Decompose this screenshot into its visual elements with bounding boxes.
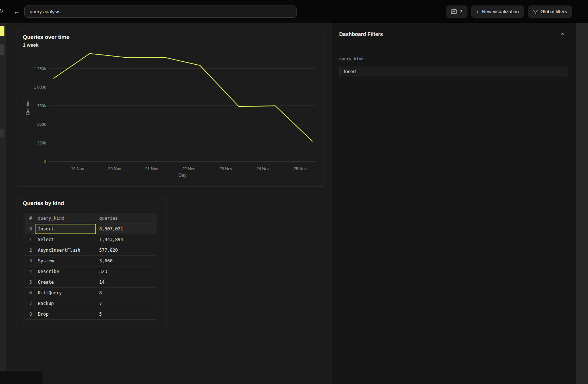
svg-text:750k: 750k — [37, 104, 46, 108]
sidebar-item[interactable] — [0, 44, 4, 55]
global-filters-button[interactable]: Global filters — [528, 6, 572, 18]
app-window: ↻ ← 2 + New visualization Global filters — [0, 0, 588, 384]
global-filters-label: Global filters — [541, 9, 567, 14]
query-kind-cell[interactable]: AsyncInsertFlush — [35, 245, 96, 256]
queries-value-cell[interactable]: 8 — [96, 288, 157, 298]
queries-value-cell[interactable]: 14 — [96, 277, 157, 288]
chart-subtitle: 1 week — [23, 42, 39, 48]
sidebar-item-active[interactable] — [0, 26, 4, 36]
column-header-index: # — [25, 213, 35, 224]
query-kind-cell[interactable]: Drop — [35, 309, 96, 320]
queries-over-time-panel[interactable]: 0250k500k750k1 000k1 250k19 Nov20 Nov21 … — [17, 29, 325, 187]
queries-value-cell[interactable]: 3,060 — [96, 256, 157, 266]
table-row: 0Insert8,307,021 — [25, 224, 157, 234]
row-index-cell: 1 — [25, 234, 35, 245]
svg-text:Day: Day — [179, 173, 186, 178]
row-index-cell: 8 — [25, 309, 35, 320]
scrollbar-track[interactable] — [576, 0, 588, 384]
column-header-query_kind: query_kind — [35, 213, 96, 224]
table-row: 6KillQuery8 — [25, 288, 157, 298]
new-visualization-label: New visualization — [482, 9, 519, 14]
close-icon[interactable]: × — [561, 30, 564, 37]
svg-text:22 Nov: 22 Nov — [182, 166, 195, 171]
table-row: 2AsyncInsertFlush577,820 — [25, 245, 157, 256]
svg-text:24 Nov: 24 Nov — [257, 166, 269, 171]
row-index-cell: 7 — [25, 298, 35, 309]
queries-value-cell[interactable]: 323 — [96, 266, 157, 277]
svg-text:19 Nov: 19 Nov — [71, 166, 84, 171]
query-kind-cell[interactable]: Insert — [35, 224, 96, 234]
query-kind-cell[interactable]: Select — [35, 234, 96, 245]
row-index-cell: 0 — [25, 224, 35, 234]
row-index-cell: 5 — [25, 277, 35, 288]
bottom-left-panel — [0, 370, 43, 384]
chart-title: Queries over time — [23, 34, 69, 40]
filter-field-label: query_kind — [339, 57, 363, 61]
table-row: 1Select1,443,894 — [25, 234, 157, 245]
query-kind-cell[interactable]: System — [35, 256, 96, 266]
visualization-count: 2 — [459, 9, 462, 14]
table-row: 5Create14 — [25, 277, 157, 288]
sidebar-item[interactable] — [0, 129, 4, 137]
queries-table-head-row: #query_kindqueries — [25, 213, 157, 224]
query-kind-cell[interactable]: KillQuery — [35, 288, 96, 298]
svg-text:25 Nov: 25 Nov — [294, 166, 306, 171]
queries-table: #query_kindqueries 0Insert8,307,0211Sele… — [25, 213, 157, 320]
svg-text:1 250k: 1 250k — [34, 67, 46, 71]
queries-value-cell[interactable]: 7 — [96, 298, 157, 309]
svg-text:Queries: Queries — [25, 101, 30, 115]
queries-by-kind-panel[interactable]: Queries by kind #query_kindqueries 0Inse… — [17, 195, 167, 330]
new-visualization-button[interactable]: + New visualization — [471, 6, 524, 18]
plus-icon: + — [476, 8, 480, 15]
svg-text:0: 0 — [44, 159, 46, 164]
back-button[interactable]: ← — [13, 0, 20, 23]
query-kind-filter-select[interactable]: Insert — [339, 66, 568, 77]
row-index-cell: 2 — [25, 245, 35, 256]
table-row: 4Describe323 — [25, 266, 157, 277]
queries-table-body: 0Insert8,307,0211Select1,443,8942AsyncIn… — [25, 224, 157, 320]
queries-chart: 0250k500k750k1 000k1 250k19 Nov20 Nov21 … — [17, 29, 324, 186]
filters-panel-title: Dashboard Filters — [339, 31, 383, 37]
queries-value-cell[interactable]: 5 — [96, 309, 157, 320]
dashboard-title-input[interactable] — [24, 6, 297, 18]
table-title: Queries by kind — [23, 200, 64, 206]
visualization-count-icon — [451, 9, 457, 14]
visualization-count-button[interactable]: 2 — [446, 6, 467, 18]
queries-value-cell[interactable]: 8,307,021 — [96, 224, 157, 234]
query-kind-cell[interactable]: Backup — [35, 298, 96, 309]
svg-text:21 Nov: 21 Nov — [145, 166, 158, 171]
table-row: 8Drop5 — [25, 309, 157, 320]
queries-value-cell[interactable]: 1,443,894 — [96, 234, 157, 245]
row-index-cell: 4 — [25, 266, 35, 277]
svg-text:20 Nov: 20 Nov — [108, 166, 121, 171]
topbar-actions: 2 + New visualization Global filters — [446, 6, 572, 18]
query-kind-cell[interactable]: Describe — [35, 266, 96, 277]
svg-text:250k: 250k — [37, 141, 46, 145]
table-row: 3System3,060 — [25, 256, 157, 266]
row-index-cell: 3 — [25, 256, 35, 266]
query-kind-filter-value: Insert — [344, 69, 356, 74]
column-header-queries: queries — [96, 213, 157, 224]
svg-text:23 Nov: 23 Nov — [219, 166, 232, 171]
row-index-cell: 6 — [25, 288, 35, 298]
collapsed-sidebar — [0, 23, 6, 384]
funnel-icon — [533, 9, 538, 14]
svg-text:500k: 500k — [37, 122, 46, 126]
top-bar: ↻ ← 2 + New visualization Global filters — [0, 0, 588, 23]
query-kind-cell[interactable]: Create — [35, 277, 96, 288]
refresh-icon[interactable]: ↻ — [0, 8, 4, 14]
dashboard-filters-panel: Dashboard Filters × query_kind Insert — [331, 23, 576, 384]
queries-value-cell[interactable]: 577,820 — [96, 245, 157, 256]
table-row: 7Backup7 — [25, 298, 157, 309]
svg-text:1 000k: 1 000k — [34, 85, 46, 89]
